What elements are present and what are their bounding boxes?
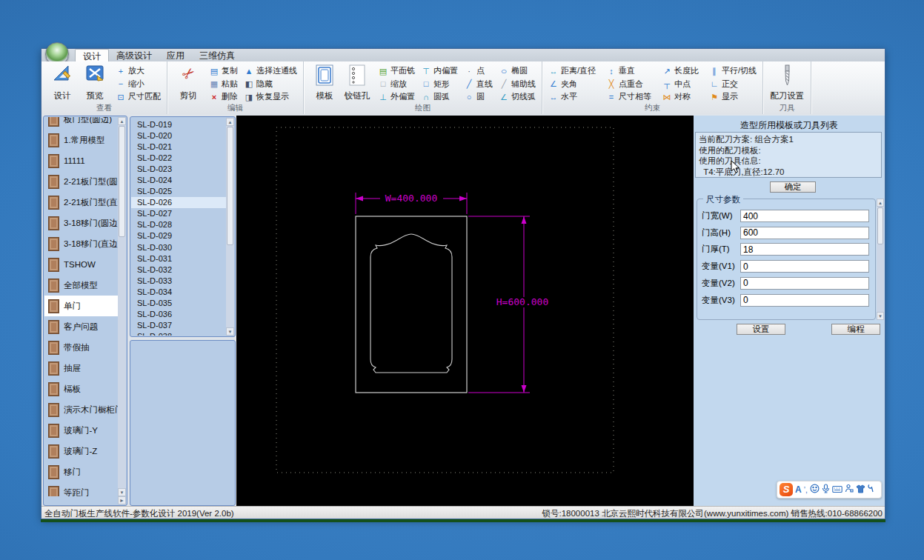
scrollbar-thumb[interactable]: [227, 127, 233, 245]
category-item[interactable]: 玻璃门-Z: [44, 441, 118, 461]
tab-application[interactable]: 应用: [159, 49, 192, 61]
category-item[interactable]: 抽屉: [44, 358, 118, 379]
model-list-item[interactable]: SL-D-020: [131, 130, 226, 141]
scroll-right-icon[interactable]: ►: [118, 496, 126, 504]
category-item[interactable]: 2-21板门型(圆边): [44, 171, 118, 192]
model-list-item[interactable]: SL-D-037: [131, 320, 226, 331]
hide-button[interactable]: ◧ 隐藏: [242, 78, 299, 91]
door-outline[interactable]: [356, 216, 467, 393]
paste-button[interactable]: ▦ 粘贴: [207, 78, 239, 91]
delete-button[interactable]: × 删除: [207, 90, 239, 104]
parallel-tangent-button[interactable]: ∥ 平行/切线: [708, 64, 758, 78]
outer-offset-button[interactable]: ⊥ 外偏置: [376, 90, 416, 104]
tangent-arc-button[interactable]: ∠ 切线弧: [497, 90, 537, 104]
model-list-item[interactable]: SL-D-026: [131, 197, 226, 208]
vertical-button[interactable]: ↕ 垂直: [605, 64, 653, 78]
category-item[interactable]: 板门型(圆边): [44, 117, 118, 130]
zoom-out-button[interactable]: − 缩小: [114, 78, 162, 91]
model-list-item[interactable]: SL-D-034: [131, 287, 226, 298]
symmetry-button[interactable]: ⋈ 对称: [660, 90, 700, 104]
input-method-bar[interactable]: S A ’,: [777, 481, 882, 499]
point-coincide-button[interactable]: ╳ 点重合: [605, 78, 653, 91]
model-list-item[interactable]: SL-D-032: [131, 264, 226, 276]
voice-input-icon[interactable]: [822, 483, 830, 496]
model-list-item[interactable]: SL-D-021: [131, 141, 226, 153]
category-item[interactable]: 客户问题: [44, 316, 118, 337]
handwriting-icon[interactable]: [845, 483, 854, 496]
restore-display-button[interactable]: ◨ 恢复显示: [242, 90, 299, 104]
scroll-up-icon[interactable]: ▲: [226, 118, 234, 126]
model-list-item[interactable]: SL-D-036: [131, 309, 226, 320]
category-item[interactable]: 带假抽: [44, 337, 118, 358]
model-list-item[interactable]: SL-D-035: [131, 298, 226, 309]
params-scrollbar[interactable]: ▲ ▼: [877, 199, 884, 320]
model-list-item[interactable]: SL-D-022: [131, 153, 226, 164]
model-list-item[interactable]: SL-D-027: [131, 208, 226, 219]
scroll-down-icon[interactable]: ▼: [118, 488, 126, 496]
category-item[interactable]: 3-18移门(直边): [44, 233, 118, 254]
model-list-item[interactable]: SL-D-038: [131, 331, 226, 336]
category-item[interactable]: 1.常用模型: [44, 130, 118, 150]
point-button[interactable]: · 点: [462, 64, 494, 78]
tab-design[interactable]: 设计: [75, 49, 109, 61]
sogou-logo-icon[interactable]: S: [780, 483, 793, 496]
door-width-input[interactable]: [740, 210, 869, 222]
emoji-icon[interactable]: [810, 483, 820, 496]
program-button[interactable]: 编程: [831, 324, 880, 335]
cad-canvas[interactable]: W=400.000 H=600.000: [236, 116, 694, 507]
hinge-hole-button[interactable]: 铰链孔: [341, 64, 373, 102]
copy-button[interactable]: ▤ 复制: [207, 64, 239, 78]
horizontal-button[interactable]: ↔ 水平: [547, 90, 597, 104]
cut-button[interactable]: ✂ 剪切: [172, 64, 205, 102]
distance-diameter-button[interactable]: ↔ 距离/直径: [547, 64, 597, 78]
scroll-up-icon[interactable]: ▲: [877, 199, 884, 207]
line-button[interactable]: ╱ 直线: [462, 78, 494, 91]
face-mill-button[interactable]: ▤ 平面铣: [376, 64, 416, 78]
model-list-item[interactable]: SL-D-028: [131, 219, 226, 230]
zoom-in-button[interactable]: + 放大: [114, 64, 162, 78]
model-list-item[interactable]: SL-D-033: [131, 276, 226, 287]
model-list-item[interactable]: SL-D-023: [131, 164, 226, 175]
confirm-button[interactable]: 确定: [770, 181, 816, 193]
skin-icon[interactable]: [856, 483, 865, 496]
model-list-item[interactable]: SL-D-019: [131, 119, 226, 130]
variable-v1-input[interactable]: [740, 260, 869, 273]
category-scrollbar[interactable]: ▲ ▼: [118, 117, 126, 496]
midpoint-button[interactable]: ┬ 中点: [660, 78, 700, 91]
arc-button[interactable]: ∩ 圆弧: [419, 90, 459, 104]
fit-size-button[interactable]: ⊡ 尺寸匹配: [114, 90, 162, 104]
model-list-item[interactable]: SL-D-025: [131, 186, 226, 197]
scale-button[interactable]: □ 缩放: [376, 78, 416, 91]
variable-v3-input[interactable]: [740, 294, 869, 307]
scrollbar-thumb[interactable]: [877, 207, 883, 244]
category-item[interactable]: 演示木门橱柜门: [44, 399, 118, 420]
model-list-scrollbar[interactable]: ▲ ▼: [226, 118, 234, 336]
circle-button[interactable]: ○ 圆: [462, 90, 494, 104]
orthogonal-button[interactable]: ∟ 正交: [708, 78, 758, 91]
category-item[interactable]: TSHOW: [44, 254, 118, 275]
toolbox-icon[interactable]: [868, 483, 874, 496]
category-item[interactable]: 等距门: [44, 482, 118, 496]
variable-v2-input[interactable]: [740, 277, 869, 290]
model-list-item[interactable]: SL-D-030: [131, 242, 226, 253]
ellipse-button[interactable]: ○ 椭圆: [497, 64, 537, 78]
preview-button[interactable]: 预览: [79, 64, 111, 102]
design-button[interactable]: 设计: [46, 64, 79, 102]
guide-line-button[interactable]: ╱ 辅助线: [497, 78, 537, 91]
punctuation-icon[interactable]: ’,: [804, 486, 808, 494]
door-thickness-input[interactable]: [740, 243, 869, 256]
category-item[interactable]: 2-21板门型(直边): [44, 192, 118, 213]
door-panel-carving-outline[interactable]: [370, 234, 452, 373]
scroll-down-icon[interactable]: ▼: [877, 312, 884, 320]
category-item[interactable]: 槅板: [44, 379, 118, 399]
category-item[interactable]: 单门: [44, 296, 118, 316]
category-item[interactable]: 玻璃门-Y: [44, 420, 118, 441]
door-height-input[interactable]: [740, 227, 869, 239]
scroll-up-icon[interactable]: ▲: [118, 117, 126, 125]
tab-advanced-design[interactable]: 高级设计: [109, 49, 159, 61]
set-button[interactable]: 设置: [737, 324, 785, 335]
tool-config-button[interactable]: 配刀设置: [768, 64, 806, 102]
scroll-down-icon[interactable]: ▼: [226, 327, 234, 336]
soft-keyboard-icon[interactable]: [832, 483, 842, 496]
show-button[interactable]: ⚑ 显示: [708, 90, 758, 104]
